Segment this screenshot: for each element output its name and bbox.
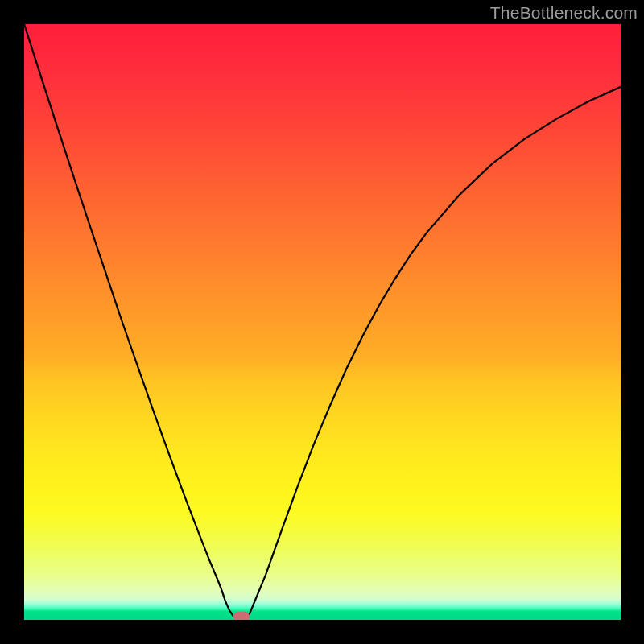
chart-frame: TheBottleneck.com xyxy=(0,0,644,644)
curve-path xyxy=(24,24,621,620)
bottleneck-curve xyxy=(24,24,621,620)
plot-area xyxy=(24,24,621,620)
optimum-marker xyxy=(233,612,250,620)
watermark-text: TheBottleneck.com xyxy=(490,3,638,23)
